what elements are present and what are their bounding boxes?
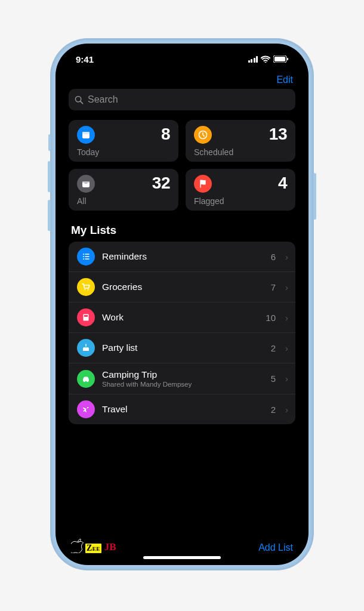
footer: ZEE JB Add List [58, 538, 306, 553]
list-groceries[interactable]: Groceries 7 › [69, 272, 295, 303]
svg-point-19 [85, 344, 87, 345]
chevron-right-icon: › [285, 405, 288, 415]
battery-icon [273, 55, 288, 63]
list-reminders[interactable]: Reminders 6 › [69, 242, 295, 272]
cake-icon [77, 339, 95, 357]
flag-icon [194, 175, 212, 193]
svg-point-8 [83, 254, 84, 255]
list-travel[interactable]: Travel 2 › [69, 394, 295, 424]
calendar-icon [77, 126, 95, 144]
svg-point-10 [83, 258, 84, 260]
search-input[interactable] [88, 94, 289, 105]
card-flagged-count: 4 [278, 175, 287, 192]
card-today-count: 8 [161, 126, 170, 143]
list-camping[interactable]: Camping Trip Shared with Mandy Dempsey 5… [69, 363, 295, 394]
add-list-button[interactable]: Add List [258, 542, 293, 553]
lists-panel: Reminders 6 › Groceries 7 › [69, 242, 295, 424]
home-indicator[interactable] [143, 556, 221, 559]
chevron-right-icon: › [285, 282, 288, 292]
svg-point-15 [88, 289, 89, 291]
card-scheduled[interactable]: 13 Scheduled [186, 120, 295, 162]
card-flagged[interactable]: 4 Flagged [186, 169, 295, 211]
status-bar: 9:41 [58, 46, 306, 72]
list-work[interactable]: Work 10 › [69, 303, 295, 333]
svg-point-14 [84, 289, 85, 291]
book-icon [77, 308, 95, 326]
chevron-right-icon: › [285, 343, 288, 353]
card-all[interactable]: 32 All [69, 169, 178, 211]
list-count: 6 [271, 252, 276, 262]
list-title: Groceries [102, 282, 264, 292]
card-today-label: Today [77, 147, 170, 157]
svg-line-4 [81, 101, 83, 103]
car-icon [77, 370, 95, 388]
list-title: Camping Trip [102, 369, 264, 380]
watermark-zee: ZEE [85, 544, 101, 553]
edit-button[interactable]: Edit [276, 75, 293, 85]
clock-icon [194, 126, 212, 144]
card-flagged-label: Flagged [194, 196, 287, 206]
list-title: Work [102, 312, 258, 323]
card-all-count: 32 [152, 175, 170, 192]
phone-frame: 9:41 Edit [51, 39, 313, 570]
power-button [313, 173, 316, 220]
svg-rect-1 [274, 57, 285, 61]
svg-rect-6 [82, 132, 90, 134]
plane-icon [77, 400, 95, 418]
volume-down-button [48, 200, 51, 231]
list-count: 10 [266, 313, 276, 323]
status-indicators [248, 55, 289, 63]
cellular-icon [248, 56, 258, 63]
list-count: 7 [271, 282, 276, 292]
svg-rect-18 [85, 345, 86, 347]
summary-grid: 8 Today 13 Scheduled [69, 120, 295, 211]
wifi-icon [261, 55, 270, 63]
card-scheduled-count: 13 [269, 126, 287, 143]
list-title: Reminders [102, 251, 264, 262]
cart-icon [77, 278, 95, 296]
search-icon [75, 95, 84, 104]
chevron-right-icon: › [285, 252, 288, 262]
card-scheduled-label: Scheduled [194, 147, 287, 157]
watermark-logo: ZEE JB [71, 538, 116, 553]
mute-switch [48, 134, 51, 151]
list-icon [77, 248, 95, 266]
section-title: My Lists [71, 224, 293, 237]
status-time: 9:41 [76, 54, 94, 64]
list-title: Party list [102, 342, 264, 353]
apple-icon [71, 538, 84, 553]
list-subtitle: Shared with Mandy Dempsey [102, 381, 264, 388]
list-count: 2 [271, 405, 276, 415]
inbox-icon [77, 175, 95, 193]
card-today[interactable]: 8 Today [69, 120, 178, 162]
screen: 9:41 Edit [58, 46, 306, 563]
list-party[interactable]: Party list 2 › [69, 333, 295, 363]
list-title: Travel [102, 404, 264, 415]
volume-up-button [48, 161, 51, 192]
nav-bar: Edit [58, 72, 306, 89]
list-count: 2 [271, 343, 276, 353]
chevron-right-icon: › [285, 374, 288, 384]
svg-rect-2 [287, 58, 288, 60]
svg-rect-17 [84, 315, 88, 317]
svg-point-9 [83, 256, 84, 257]
search-field[interactable] [69, 89, 295, 110]
chevron-right-icon: › [285, 313, 288, 323]
list-count: 5 [271, 374, 276, 384]
watermark-jb: JB [104, 541, 116, 553]
card-all-label: All [77, 196, 170, 206]
